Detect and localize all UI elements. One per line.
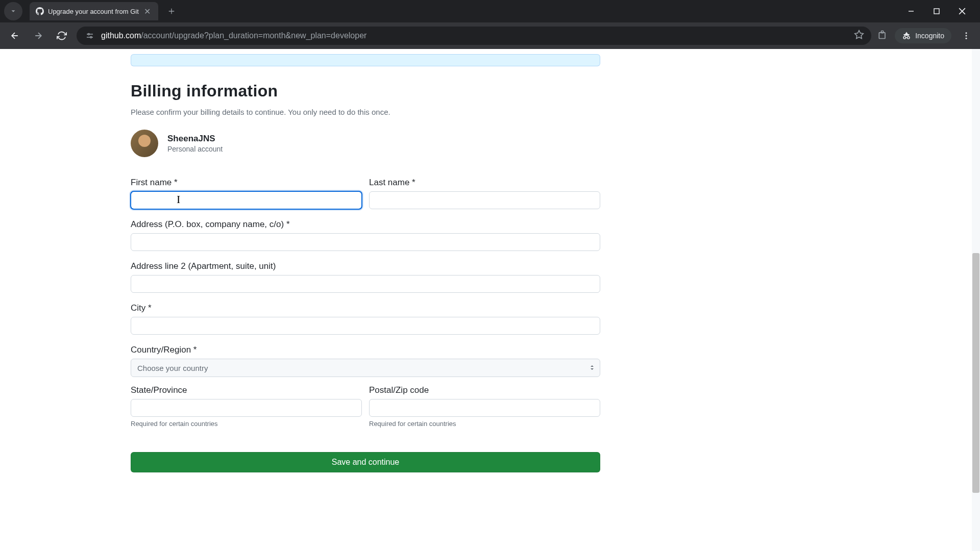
arrow-left-icon	[10, 31, 20, 41]
back-button[interactable]	[6, 27, 23, 44]
svg-marker-8	[855, 31, 864, 39]
incognito-label: Incognito	[915, 32, 944, 40]
first-name-label: First name *	[131, 178, 362, 188]
plus-icon	[168, 8, 175, 15]
postal-help-text: Required for certain countries	[369, 420, 600, 428]
site-info-button[interactable]	[84, 30, 96, 42]
svg-point-15	[966, 35, 967, 37]
page-viewport: Billing information Please confirm your …	[0, 49, 980, 551]
state-input[interactable]	[131, 399, 362, 417]
url-bar: github.com/account/upgrade?plan_duration…	[0, 22, 980, 49]
svg-point-6	[88, 34, 89, 35]
arrow-right-icon	[33, 31, 43, 41]
maximize-button[interactable]	[929, 4, 944, 19]
account-type: Personal account	[167, 145, 223, 153]
first-name-input[interactable]	[131, 191, 362, 209]
save-continue-button[interactable]: Save and continue	[131, 452, 600, 472]
last-name-input[interactable]	[369, 191, 600, 209]
account-username: SheenaJNS	[167, 134, 223, 144]
address-label: Address (P.O. box, company name, c/o) *	[131, 219, 600, 230]
close-icon	[959, 8, 966, 15]
tune-icon	[85, 31, 94, 40]
address-bar[interactable]: github.com/account/upgrade?plan_duration…	[77, 27, 871, 45]
incognito-badge[interactable]: Incognito	[895, 28, 951, 43]
tab-title: Upgrade your account from Git	[48, 8, 139, 15]
tab-bar: Upgrade your account from Git ✕	[0, 0, 980, 22]
svg-point-11	[903, 37, 906, 39]
svg-rect-1	[934, 9, 939, 14]
country-select-value: Choose your country	[137, 364, 208, 372]
country-select[interactable]: Choose your country	[131, 359, 600, 377]
browser-menu-button[interactable]	[959, 31, 974, 40]
svg-point-12	[908, 37, 910, 39]
address2-input[interactable]	[131, 275, 600, 293]
address2-label: Address line 2 (Apartment, suite, unit)	[131, 261, 600, 271]
forward-button[interactable]	[30, 27, 47, 44]
browser-chrome: Upgrade your account from Git ✕	[0, 0, 980, 49]
tab-close-button[interactable]: ✕	[143, 7, 152, 16]
url-text: github.com/account/upgrade?plan_duration…	[101, 31, 849, 40]
last-name-label: Last name *	[369, 178, 600, 188]
puzzle-icon	[877, 30, 888, 40]
scrollbar-track[interactable]	[972, 49, 980, 551]
bookmark-button[interactable]	[854, 30, 864, 42]
state-label: State/Province	[131, 385, 362, 395]
address-input[interactable]	[131, 233, 600, 251]
svg-point-7	[90, 37, 92, 38]
url-path: /account/upgrade?plan_duration=month&new…	[141, 31, 366, 40]
minimize-button[interactable]	[903, 4, 919, 19]
postal-label: Postal/Zip code	[369, 385, 600, 395]
chevron-down-icon	[10, 8, 17, 15]
svg-point-16	[966, 38, 967, 39]
postal-input[interactable]	[369, 399, 600, 417]
kebab-icon	[962, 31, 971, 40]
country-label: Country/Region *	[131, 345, 600, 355]
page-content: Billing information Please confirm your …	[131, 49, 600, 472]
city-input[interactable]	[131, 317, 600, 335]
url-domain: github.com	[101, 31, 141, 40]
svg-point-14	[966, 32, 967, 34]
minimize-icon	[908, 8, 914, 14]
reload-button[interactable]	[53, 27, 70, 44]
account-summary: SheenaJNS Personal account	[131, 130, 600, 157]
city-label: City *	[131, 303, 600, 313]
star-icon	[854, 30, 864, 40]
svg-rect-10	[881, 31, 884, 33]
state-help-text: Required for certain countries	[131, 420, 362, 428]
search-tabs-button[interactable]	[4, 2, 22, 20]
new-tab-button[interactable]	[164, 4, 179, 18]
scrollbar-thumb[interactable]	[972, 253, 979, 493]
select-arrow-icon	[590, 364, 595, 372]
close-button[interactable]	[954, 4, 970, 19]
reload-icon	[57, 31, 67, 41]
window-controls	[903, 4, 976, 19]
page-subtitle: Please confirm your billing details to c…	[131, 108, 600, 116]
maximize-icon	[934, 8, 940, 14]
page-title: Billing information	[131, 82, 600, 101]
info-banner	[131, 54, 600, 66]
incognito-icon	[902, 31, 911, 40]
extensions-button[interactable]	[877, 30, 888, 42]
svg-rect-9	[879, 33, 886, 39]
github-favicon-icon	[36, 7, 44, 15]
avatar	[131, 130, 158, 157]
browser-tab[interactable]: Upgrade your account from Git ✕	[30, 2, 158, 20]
